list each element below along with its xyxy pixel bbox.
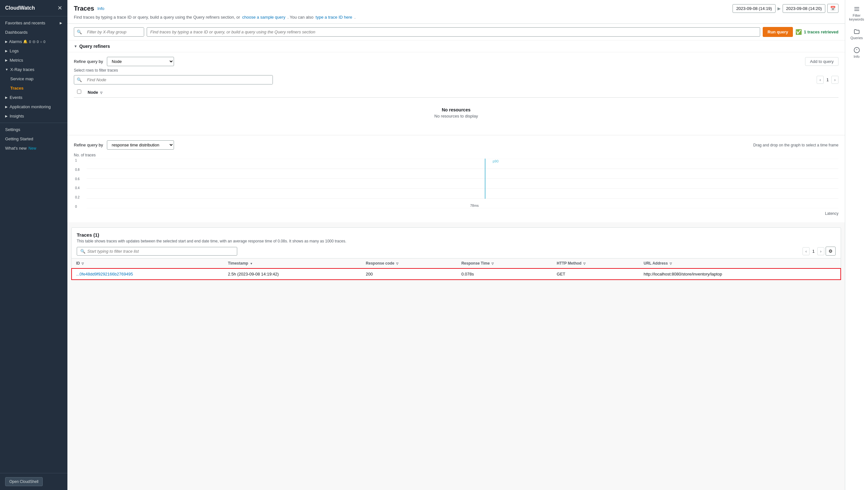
sidebar-header: CloudWatch ✕ bbox=[0, 0, 67, 17]
col-header-response-time: Response Time ▽ bbox=[457, 258, 552, 269]
filter-search-icon: 🔍 bbox=[80, 249, 85, 254]
no-resources-desc: No resources to display bbox=[84, 114, 829, 119]
y-axis-labels: 1 0.8 0.6 0.4 0.2 0 bbox=[75, 159, 80, 208]
desc-text: Find traces by typing a trace ID or quer… bbox=[74, 15, 240, 20]
date-end-button[interactable]: 2023-09-08 (14:20) bbox=[783, 4, 825, 13]
trace-filter-input[interactable] bbox=[87, 249, 234, 254]
col-header-http-method: HTTP Method ▽ bbox=[552, 258, 639, 269]
sidebar-item-service-map[interactable]: Service map bbox=[0, 74, 67, 84]
node-col-header: Node ▽ bbox=[85, 87, 838, 98]
add-to-query-button[interactable]: Add to query bbox=[805, 57, 838, 66]
node-col-label: Node bbox=[88, 90, 98, 95]
sidebar-item-traces[interactable]: Traces bbox=[0, 84, 67, 93]
col-response-time-label: Response Time bbox=[461, 261, 490, 266]
trace-id-link[interactable]: ...0fe48dd9f9292166b2769495 bbox=[76, 272, 133, 276]
find-node-input[interactable] bbox=[85, 75, 273, 84]
filter-by-group-input[interactable] bbox=[85, 28, 144, 36]
traces-table-title: Traces (1) bbox=[77, 232, 836, 238]
query-refiners-title: Query refiners bbox=[79, 44, 110, 49]
page-title: Traces bbox=[74, 5, 94, 12]
svg-text:p90: p90 bbox=[493, 159, 498, 163]
filter-keywords-label: Filter keywords bbox=[847, 13, 866, 21]
new-badge: New bbox=[29, 146, 36, 151]
refine-by-select[interactable]: Node response time distribution Status c… bbox=[107, 57, 174, 66]
drag-hint: Drag and drop on the graph to select a t… bbox=[753, 143, 838, 147]
info-link[interactable]: Info bbox=[97, 6, 104, 11]
y-label-02: 0.2 bbox=[75, 195, 80, 199]
refine-by-label: Refine query by bbox=[74, 59, 103, 64]
title-group: Traces Info bbox=[74, 5, 104, 12]
node-search-row: 🔍 ‹ 1 › bbox=[74, 75, 838, 85]
search-icon-node: 🔍 bbox=[74, 75, 85, 84]
sidebar-item-dashboards[interactable]: Dashboards bbox=[0, 28, 67, 37]
node-select-all-checkbox[interactable] bbox=[77, 90, 81, 94]
sidebar-item-alarms[interactable]: ▶ Alarms 🔔0 ◎0 ○0 bbox=[0, 37, 67, 46]
check-icon: ✅ bbox=[796, 29, 802, 35]
sidebar-item-metrics[interactable]: ▶ Metrics bbox=[0, 56, 67, 65]
sidebar-item-getting-started[interactable]: Getting Started bbox=[0, 134, 67, 144]
chevron-right-icon-logs: ▶ bbox=[5, 49, 8, 53]
sidebar-bottom: Open CloudShell bbox=[0, 473, 67, 490]
select-rows-hint: Select rows to filter traces bbox=[74, 68, 838, 72]
logs-label: Logs bbox=[10, 49, 19, 53]
sidebar-item-app-monitoring[interactable]: ▶ Application monitoring bbox=[0, 102, 67, 112]
chevron-right-icon-metrics: ▶ bbox=[5, 58, 8, 62]
node-page-number: 1 bbox=[825, 78, 830, 82]
sidebar-item-whats-new[interactable]: What's new New bbox=[0, 144, 67, 153]
query-bar: 🔍 Run query ✅ 1 traces retrieved bbox=[67, 24, 845, 40]
date-start-button[interactable]: 2023-09-08 (14:19) bbox=[733, 4, 775, 13]
calendar-button[interactable]: 📅 bbox=[827, 4, 838, 13]
right-panel-info[interactable]: Info bbox=[845, 44, 868, 62]
no-resources-row: No resources No resources to display bbox=[74, 98, 838, 128]
date-range: 2023-09-08 (14:19) ▶ 2023-09-08 (14:20) … bbox=[733, 4, 838, 13]
node-search-box: 🔍 bbox=[74, 75, 273, 85]
chart-refine-select[interactable]: response time distribution bbox=[107, 140, 174, 150]
open-cloudshell-button[interactable]: Open CloudShell bbox=[5, 477, 43, 486]
sidebar-item-xray[interactable]: ▼ X-Ray traces bbox=[0, 65, 67, 74]
right-panel-queries[interactable]: Queries bbox=[845, 25, 868, 43]
col-id-sort-icon: ▽ bbox=[82, 262, 84, 265]
table-row[interactable]: ...0fe48dd9f9292166b2769495 2.5h (2023-0… bbox=[71, 269, 841, 280]
sidebar-item-favorites[interactable]: Favorites and recents ▶ bbox=[0, 18, 67, 28]
cell-response-code: 200 bbox=[362, 269, 457, 280]
no-resources-title: No resources bbox=[84, 107, 829, 112]
col-response-code-sort-icon: ▽ bbox=[396, 262, 398, 265]
metrics-label: Metrics bbox=[10, 58, 23, 63]
desc-text3: . bbox=[354, 15, 356, 20]
traces-page-prev-button[interactable]: ‹ bbox=[803, 247, 810, 255]
sidebar-close-button[interactable]: ✕ bbox=[58, 4, 62, 11]
alarms-label: Alarms bbox=[9, 39, 22, 44]
traces-settings-button[interactable]: ⚙ bbox=[826, 247, 836, 255]
chevron-down-icon-refiners: ▼ bbox=[74, 44, 78, 48]
sidebar-item-insights[interactable]: ▶ Insights bbox=[0, 112, 67, 121]
sidebar-item-logs[interactable]: ▶ Logs bbox=[0, 46, 67, 56]
sidebar-item-events[interactable]: ▶ Events bbox=[0, 93, 67, 102]
node-page-prev-button[interactable]: ‹ bbox=[817, 76, 824, 84]
col-http-method-sort-icon: ▽ bbox=[583, 262, 586, 265]
traces-page-next-button[interactable]: › bbox=[817, 247, 824, 255]
traces-table-desc: This table shows traces with updates bet… bbox=[77, 239, 836, 243]
col-header-id: ID ▽ bbox=[71, 258, 223, 269]
query-refiners-header[interactable]: ▼ Query refiners bbox=[67, 40, 845, 52]
chart-refine-label: Refine query by bbox=[74, 143, 103, 147]
choose-sample-link[interactable]: choose a sample query bbox=[242, 15, 285, 20]
cell-timestamp: 2.5h (2023-09-08 14:19:42) bbox=[223, 269, 362, 280]
node-page-next-button[interactable]: › bbox=[831, 76, 838, 84]
page-header: Traces Info 2023-09-08 (14:19) ▶ 2023-09… bbox=[67, 0, 845, 24]
main-content: Traces Info 2023-09-08 (14:19) ▶ 2023-09… bbox=[67, 0, 845, 490]
col-timestamp-sort-icon: ▼ bbox=[250, 262, 253, 265]
query-refiners-body: Refine query by Node response time distr… bbox=[67, 52, 845, 134]
y-label-06: 0.6 bbox=[75, 177, 80, 181]
sidebar-item-settings[interactable]: Settings bbox=[0, 125, 67, 134]
type-trace-link[interactable]: type a trace ID here bbox=[315, 15, 352, 20]
right-panel-filter-keywords[interactable]: Filter keywords bbox=[845, 3, 868, 24]
x-axis-label: Latency bbox=[87, 211, 838, 216]
queries-label: Queries bbox=[850, 36, 863, 40]
run-query-button[interactable]: Run query bbox=[763, 27, 793, 37]
col-id-label: ID bbox=[76, 261, 80, 266]
traces-pagination: ‹ 1 › ⚙ bbox=[803, 247, 836, 255]
traces-page-number: 1 bbox=[811, 249, 816, 254]
desc-text2: . You can also bbox=[288, 15, 314, 20]
trace-query-input[interactable] bbox=[147, 27, 760, 37]
alarm-dot-icon: ○ bbox=[40, 40, 42, 44]
